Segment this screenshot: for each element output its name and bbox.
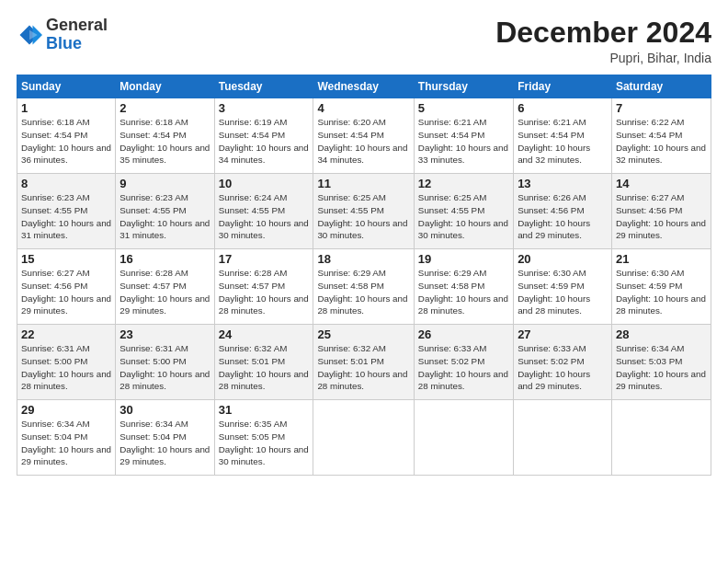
day-cell: 15 Sunrise: 6:27 AMSunset: 4:56 PMDaylig… <box>17 249 116 325</box>
day-cell: 28 Sunrise: 6:34 AMSunset: 5:03 PMDaylig… <box>611 325 711 400</box>
day-cell: 27 Sunrise: 6:33 AMSunset: 5:02 PMDaylig… <box>514 325 612 400</box>
day-detail: Sunrise: 6:35 AMSunset: 5:05 PMDaylight:… <box>219 419 309 466</box>
day-number: 11 <box>317 177 409 190</box>
day-detail: Sunrise: 6:23 AMSunset: 4:55 PMDaylight:… <box>21 192 111 240</box>
day-number: 30 <box>119 403 210 417</box>
day-number: 1 <box>21 101 111 115</box>
day-detail: Sunrise: 6:31 AMSunset: 5:00 PMDaylight:… <box>21 343 111 391</box>
day-detail: Sunrise: 6:21 AMSunset: 4:54 PMDaylight:… <box>518 117 590 165</box>
day-cell: 3 Sunrise: 6:19 AMSunset: 4:54 PMDayligh… <box>214 98 313 174</box>
day-cell: 17 Sunrise: 6:28 AMSunset: 4:57 PMDaylig… <box>214 249 313 325</box>
day-number: 23 <box>119 327 210 341</box>
day-number: 17 <box>219 252 310 266</box>
day-number: 2 <box>119 101 210 115</box>
day-cell <box>611 400 711 476</box>
day-number: 8 <box>21 177 111 190</box>
day-detail: Sunrise: 6:28 AMSunset: 4:57 PMDaylight:… <box>119 268 210 316</box>
day-number: 26 <box>418 327 509 341</box>
day-cell: 1 Sunrise: 6:18 AMSunset: 4:54 PMDayligh… <box>17 98 116 174</box>
day-number: 31 <box>219 403 310 417</box>
logo-text: General Blue <box>46 17 108 53</box>
day-cell: 5 Sunrise: 6:21 AMSunset: 4:54 PMDayligh… <box>414 98 513 174</box>
day-cell: 2 Sunrise: 6:18 AMSunset: 4:54 PMDayligh… <box>116 98 214 174</box>
day-detail: Sunrise: 6:29 AMSunset: 4:58 PMDaylight:… <box>418 268 508 316</box>
day-cell: 26 Sunrise: 6:33 AMSunset: 5:02 PMDaylig… <box>414 325 513 400</box>
day-cell: 25 Sunrise: 6:32 AMSunset: 5:01 PMDaylig… <box>313 325 414 400</box>
day-detail: Sunrise: 6:26 AMSunset: 4:56 PMDaylight:… <box>518 192 590 240</box>
day-cell: 22 Sunrise: 6:31 AMSunset: 5:00 PMDaylig… <box>17 325 116 400</box>
day-cell: 29 Sunrise: 6:34 AMSunset: 5:04 PMDaylig… <box>17 400 116 476</box>
day-number: 9 <box>119 177 210 190</box>
day-number: 28 <box>616 327 707 341</box>
day-number: 29 <box>21 403 111 417</box>
page: General Blue December 2024 Pupri, Bihar,… <box>0 0 728 563</box>
day-number: 13 <box>518 177 608 190</box>
day-number: 6 <box>518 101 608 115</box>
day-detail: Sunrise: 6:31 AMSunset: 5:00 PMDaylight:… <box>119 343 210 391</box>
col-monday: Monday <box>116 75 214 98</box>
day-detail: Sunrise: 6:34 AMSunset: 5:04 PMDaylight:… <box>21 419 111 466</box>
day-cell <box>414 400 513 476</box>
day-detail: Sunrise: 6:30 AMSunset: 4:59 PMDaylight:… <box>616 268 706 316</box>
week-row-5: 29 Sunrise: 6:34 AMSunset: 5:04 PMDaylig… <box>17 400 711 476</box>
day-detail: Sunrise: 6:29 AMSunset: 4:58 PMDaylight:… <box>317 268 407 316</box>
day-cell: 23 Sunrise: 6:31 AMSunset: 5:00 PMDaylig… <box>116 325 214 400</box>
day-detail: Sunrise: 6:24 AMSunset: 4:55 PMDaylight:… <box>219 192 309 240</box>
col-friday: Friday <box>514 75 612 98</box>
col-sunday: Sunday <box>17 75 116 98</box>
day-detail: Sunrise: 6:19 AMSunset: 4:54 PMDaylight:… <box>219 117 309 165</box>
day-cell: 19 Sunrise: 6:29 AMSunset: 4:58 PMDaylig… <box>414 249 513 325</box>
day-number: 7 <box>616 101 707 115</box>
day-cell: 9 Sunrise: 6:23 AMSunset: 4:55 PMDayligh… <box>116 174 214 249</box>
calendar: Sunday Monday Tuesday Wednesday Thursday… <box>17 75 711 476</box>
logo-blue: Blue <box>46 34 82 52</box>
day-detail: Sunrise: 6:30 AMSunset: 4:59 PMDaylight:… <box>518 268 590 316</box>
day-detail: Sunrise: 6:25 AMSunset: 4:55 PMDaylight:… <box>317 192 407 240</box>
day-number: 3 <box>219 101 310 115</box>
day-number: 22 <box>21 327 111 341</box>
day-cell: 13 Sunrise: 6:26 AMSunset: 4:56 PMDaylig… <box>514 174 612 249</box>
day-number: 21 <box>616 252 707 266</box>
day-cell: 31 Sunrise: 6:35 AMSunset: 5:05 PMDaylig… <box>214 400 313 476</box>
day-cell: 12 Sunrise: 6:25 AMSunset: 4:55 PMDaylig… <box>414 174 513 249</box>
month-title: December 2024 <box>495 17 711 49</box>
day-detail: Sunrise: 6:27 AMSunset: 4:56 PMDaylight:… <box>616 192 706 240</box>
calendar-header-row: Sunday Monday Tuesday Wednesday Thursday… <box>17 75 711 98</box>
week-row-2: 8 Sunrise: 6:23 AMSunset: 4:55 PMDayligh… <box>17 174 711 249</box>
day-detail: Sunrise: 6:20 AMSunset: 4:54 PMDaylight:… <box>317 117 407 165</box>
day-detail: Sunrise: 6:22 AMSunset: 4:54 PMDaylight:… <box>616 117 706 165</box>
day-cell: 6 Sunrise: 6:21 AMSunset: 4:54 PMDayligh… <box>514 98 612 174</box>
day-detail: Sunrise: 6:18 AMSunset: 4:54 PMDaylight:… <box>119 117 210 165</box>
day-number: 25 <box>317 327 409 341</box>
day-number: 24 <box>219 327 310 341</box>
day-cell: 11 Sunrise: 6:25 AMSunset: 4:55 PMDaylig… <box>313 174 414 249</box>
day-number: 19 <box>418 252 509 266</box>
day-cell: 8 Sunrise: 6:23 AMSunset: 4:55 PMDayligh… <box>17 174 116 249</box>
day-cell: 20 Sunrise: 6:30 AMSunset: 4:59 PMDaylig… <box>514 249 612 325</box>
day-number: 14 <box>616 177 707 190</box>
day-number: 15 <box>21 252 111 266</box>
day-cell: 24 Sunrise: 6:32 AMSunset: 5:01 PMDaylig… <box>214 325 313 400</box>
day-detail: Sunrise: 6:34 AMSunset: 5:03 PMDaylight:… <box>616 343 706 391</box>
col-thursday: Thursday <box>414 75 513 98</box>
day-detail: Sunrise: 6:21 AMSunset: 4:54 PMDaylight:… <box>418 117 508 165</box>
day-cell: 4 Sunrise: 6:20 AMSunset: 4:54 PMDayligh… <box>313 98 414 174</box>
title-block: December 2024 Pupri, Bihar, India <box>495 17 711 65</box>
day-detail: Sunrise: 6:33 AMSunset: 5:02 PMDaylight:… <box>418 343 508 391</box>
day-number: 20 <box>518 252 608 266</box>
day-cell <box>313 400 414 476</box>
location: Pupri, Bihar, India <box>495 51 711 65</box>
day-cell: 10 Sunrise: 6:24 AMSunset: 4:55 PMDaylig… <box>214 174 313 249</box>
col-tuesday: Tuesday <box>214 75 313 98</box>
day-number: 12 <box>418 177 509 190</box>
day-detail: Sunrise: 6:18 AMSunset: 4:54 PMDaylight:… <box>21 117 111 165</box>
logo: General Blue <box>17 17 108 53</box>
day-detail: Sunrise: 6:28 AMSunset: 4:57 PMDaylight:… <box>219 268 309 316</box>
day-detail: Sunrise: 6:33 AMSunset: 5:02 PMDaylight:… <box>518 343 590 391</box>
day-cell: 16 Sunrise: 6:28 AMSunset: 4:57 PMDaylig… <box>116 249 214 325</box>
day-number: 18 <box>317 252 409 266</box>
day-detail: Sunrise: 6:23 AMSunset: 4:55 PMDaylight:… <box>119 192 210 240</box>
day-cell: 30 Sunrise: 6:34 AMSunset: 5:04 PMDaylig… <box>116 400 214 476</box>
day-cell: 7 Sunrise: 6:22 AMSunset: 4:54 PMDayligh… <box>611 98 711 174</box>
day-cell: 14 Sunrise: 6:27 AMSunset: 4:56 PMDaylig… <box>611 174 711 249</box>
